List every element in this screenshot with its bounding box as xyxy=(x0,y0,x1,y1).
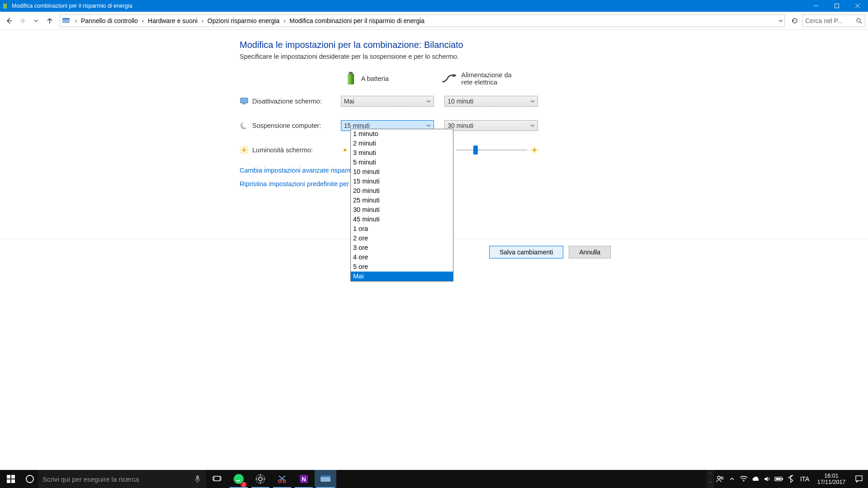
dropdown-option[interactable]: 1 ora xyxy=(351,224,453,234)
breadcrumb-seg-3[interactable]: Modifica combinazioni per il risparmio d… xyxy=(288,15,426,27)
plug-icon xyxy=(441,74,457,84)
sun-small-icon xyxy=(341,146,349,154)
mic-icon[interactable] xyxy=(194,475,201,483)
taskbar-search-input[interactable]: Scrivi qui per eseguire la ricerca xyxy=(38,470,206,488)
bluetooth-icon[interactable] xyxy=(785,470,797,488)
up-button[interactable] xyxy=(43,14,56,27)
taskbar-app-control-panel[interactable] xyxy=(315,470,336,488)
select-value: 15 minuti xyxy=(344,122,370,129)
heading-plan: Bilanciato xyxy=(424,40,463,50)
dropdown-option[interactable]: 2 ore xyxy=(351,234,453,243)
clock-time: 16:01 xyxy=(824,473,838,479)
select-value: 30 minuti xyxy=(448,122,473,129)
people-icon[interactable] xyxy=(714,470,726,488)
battery-icon xyxy=(345,71,357,86)
svg-line-26 xyxy=(246,152,247,153)
chevron-right-icon[interactable]: › xyxy=(281,17,288,24)
svg-rect-44 xyxy=(11,479,15,483)
battery-tray-icon[interactable] xyxy=(773,470,785,488)
dropdown-option[interactable]: 5 minuti xyxy=(351,158,453,167)
save-button[interactable]: Salva cambiamenti xyxy=(489,246,563,258)
svg-point-36 xyxy=(533,148,536,152)
dropdown-option[interactable]: 1 minuto xyxy=(351,129,453,139)
onedrive-icon[interactable] xyxy=(750,470,761,488)
svg-rect-43 xyxy=(7,479,10,483)
dropdown-option[interactable]: 2 minuti xyxy=(351,139,453,148)
svg-rect-42 xyxy=(11,475,15,479)
dropdown-option[interactable]: 15 minuti xyxy=(351,177,453,186)
dropdown-option[interactable]: 4 ore xyxy=(351,253,453,262)
minimize-button[interactable] xyxy=(806,0,826,12)
taskbar-app-whatsapp[interactable]: 2 xyxy=(228,470,250,488)
svg-rect-50 xyxy=(220,477,222,480)
recent-locations-button[interactable] xyxy=(30,14,42,27)
back-button[interactable] xyxy=(3,14,15,27)
titlebar: Modifica combinazioni per il risparmio d… xyxy=(0,0,868,12)
cortana-button[interactable] xyxy=(22,470,38,488)
select-screen-off-plugged[interactable]: 10 minuti xyxy=(444,96,538,107)
dropdown-option[interactable]: 3 ore xyxy=(351,243,453,253)
chevron-right-icon[interactable]: › xyxy=(140,17,146,24)
dropdown-option[interactable]: 10 minuti xyxy=(351,167,453,177)
svg-line-28 xyxy=(241,152,242,153)
dropdown-option[interactable]: 45 minuti xyxy=(351,215,453,224)
select-sleep-plugged[interactable]: 30 minuti xyxy=(444,120,538,131)
action-center-icon[interactable] xyxy=(850,470,868,488)
svg-rect-0 xyxy=(3,3,7,9)
close-button[interactable] xyxy=(847,0,868,12)
task-view-button[interactable] xyxy=(206,470,228,488)
language-indicator[interactable]: ITA xyxy=(797,470,813,488)
svg-point-19 xyxy=(242,122,249,128)
svg-rect-9 xyxy=(62,18,70,19)
svg-line-25 xyxy=(241,147,242,148)
chevron-down-icon[interactable] xyxy=(776,19,784,23)
page-subtitle: Specificare le impostazioni desiderate p… xyxy=(240,53,538,60)
svg-rect-48 xyxy=(214,476,220,481)
slider-brightness-plugged[interactable] xyxy=(445,146,538,154)
refresh-button[interactable] xyxy=(788,14,801,27)
taskbar-app-onenote[interactable]: N xyxy=(293,470,315,488)
cancel-button[interactable]: Annulla xyxy=(569,246,611,258)
taskbar-app-settings[interactable] xyxy=(250,470,271,488)
wifi-icon[interactable] xyxy=(738,470,750,488)
svg-rect-16 xyxy=(241,98,248,103)
dropdown-option[interactable]: 5 ore xyxy=(351,262,453,272)
dropdown-option[interactable]: Mai xyxy=(351,272,453,281)
dropdown-option[interactable]: 20 minuti xyxy=(351,186,453,196)
svg-line-27 xyxy=(246,147,247,148)
clock[interactable]: 16:0117/11/2017 xyxy=(813,470,850,488)
forward-button[interactable] xyxy=(16,14,29,27)
chevron-down-icon xyxy=(426,99,431,103)
svg-line-11 xyxy=(860,22,862,23)
breadcrumb-seg-0[interactable]: Pannello di controllo xyxy=(79,15,140,27)
row-label-screen-off: Disattivazione schermo: xyxy=(252,98,322,105)
breadcrumb-seg-1[interactable]: Hardware e suoni xyxy=(146,15,199,27)
svg-point-15 xyxy=(452,74,456,77)
dropdown-option[interactable]: 30 minuti xyxy=(351,205,453,215)
system-tray: ITA 16:0117/11/2017 xyxy=(714,470,868,488)
svg-rect-65 xyxy=(321,475,330,477)
maximize-button[interactable] xyxy=(826,0,847,12)
taskbar-overflow[interactable]: ˄˅ xyxy=(706,470,714,488)
svg-rect-71 xyxy=(776,478,781,480)
chevron-right-icon[interactable]: › xyxy=(199,17,206,24)
breadcrumb-seg-2[interactable]: Opzioni risparmio energia xyxy=(206,15,282,27)
start-button[interactable] xyxy=(0,470,22,488)
chevron-right-icon[interactable]: › xyxy=(73,17,79,24)
clock-date: 17/11/2017 xyxy=(817,479,846,485)
svg-point-45 xyxy=(26,475,33,483)
taskbar-app-snipping[interactable] xyxy=(271,470,293,488)
select-screen-off-battery[interactable]: Mai xyxy=(341,96,434,107)
breadcrumb[interactable]: › Pannello di controllo › Hardware e suo… xyxy=(60,14,785,27)
volume-icon[interactable] xyxy=(761,470,773,488)
svg-point-67 xyxy=(721,477,723,479)
col-header-plugged: Alimentazione da rete elettrica xyxy=(461,71,520,86)
dropdown-sleep-battery[interactable]: 1 minuto2 minuti3 minuti5 minuti10 minut… xyxy=(350,129,453,282)
search-input[interactable]: Cerca nel P... xyxy=(802,14,865,27)
dropdown-option[interactable]: 25 minuti xyxy=(351,196,453,205)
tray-chevron-icon[interactable] xyxy=(726,470,738,488)
dropdown-option[interactable]: 3 minuti xyxy=(351,148,453,158)
select-value: Mai xyxy=(344,98,354,105)
svg-rect-17 xyxy=(243,103,245,104)
svg-rect-46 xyxy=(196,475,199,480)
